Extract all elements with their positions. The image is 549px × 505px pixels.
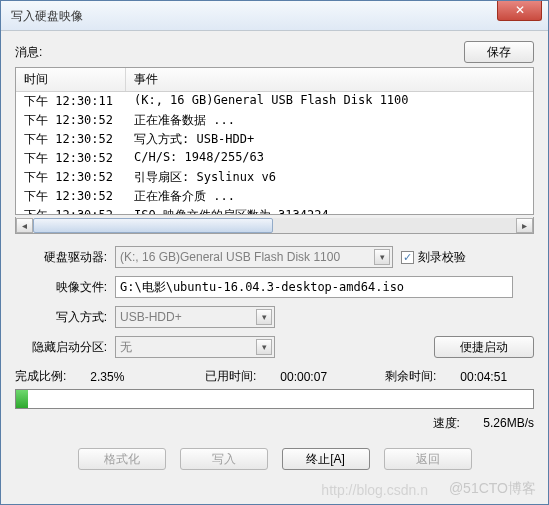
percent-label: 完成比例: — [15, 368, 66, 385]
remain-label: 剩余时间: — [385, 368, 436, 385]
elapsed-value: 00:00:07 — [280, 370, 327, 384]
checkbox-icon: ✓ — [401, 251, 414, 264]
progress-fill — [16, 390, 28, 408]
format-button[interactable]: 格式化 — [78, 448, 166, 470]
close-button[interactable]: ✕ — [497, 1, 542, 21]
elapsed-label: 已用时间: — [205, 368, 256, 385]
log-row[interactable]: 下午 12:30:52正在准备数据 ... — [16, 111, 533, 130]
content-area: 消息: 保存 时间 事件 下午 12:30:11(K:, 16 GB)Gener… — [1, 31, 548, 480]
speed-value: 5.26MB/s — [483, 416, 534, 430]
stats-row: 完成比例: 2.35% 已用时间: 00:00:07 剩余时间: 00:04:5… — [15, 368, 534, 385]
speed-label: 速度: — [433, 416, 460, 430]
speed-row: 速度: 5.26MB/s — [15, 415, 534, 432]
image-input[interactable]: G:\电影\ubuntu-16.04.3-desktop-amd64.iso — [115, 276, 513, 298]
log-time: 下午 12:30:52 — [16, 111, 126, 130]
hidden-value: 无 — [120, 339, 132, 356]
log-event: C/H/S: 1948/255/63 — [126, 149, 533, 168]
dropdown-icon: ▾ — [256, 339, 272, 355]
hidden-select[interactable]: 无 ▾ — [115, 336, 275, 358]
horizontal-scrollbar[interactable]: ◂ ▸ — [15, 217, 534, 234]
dropdown-icon: ▾ — [374, 249, 390, 265]
log-event: 正在准备介质 ... — [126, 187, 533, 206]
verify-label: 刻录校验 — [418, 249, 466, 266]
progress-bar — [15, 389, 534, 409]
verify-checkbox[interactable]: ✓ 刻录校验 — [401, 249, 466, 266]
quickboot-button[interactable]: 便捷启动 — [434, 336, 534, 358]
drive-select[interactable]: (K:, 16 GB)General USB Flash Disk 1100 ▾ — [115, 246, 393, 268]
percent-value: 2.35% — [90, 370, 124, 384]
log-listview[interactable]: 时间 事件 下午 12:30:11(K:, 16 GB)General USB … — [15, 67, 534, 215]
log-row[interactable]: 下午 12:30:52正在准备介质 ... — [16, 187, 533, 206]
scroll-track[interactable] — [33, 218, 516, 233]
log-col-event[interactable]: 事件 — [126, 68, 533, 91]
log-row[interactable]: 下午 12:30:52引导扇区: Syslinux v6 — [16, 168, 533, 187]
log-time: 下午 12:30:52 — [16, 168, 126, 187]
log-event: 正在准备数据 ... — [126, 111, 533, 130]
log-event: ISO 映像文件的扇区数为 3134224 — [126, 206, 533, 215]
message-label: 消息: — [15, 44, 464, 61]
log-time: 下午 12:30:52 — [16, 149, 126, 168]
drive-label: 硬盘驱动器: — [15, 249, 115, 266]
dropdown-icon: ▾ — [256, 309, 272, 325]
remain-value: 00:04:51 — [460, 370, 507, 384]
log-time: 下午 12:30:52 — [16, 187, 126, 206]
method-value: USB-HDD+ — [120, 310, 182, 324]
log-event: 写入方式: USB-HDD+ — [126, 130, 533, 149]
back-button[interactable]: 返回 — [384, 448, 472, 470]
log-header: 时间 事件 — [16, 68, 533, 92]
save-button[interactable]: 保存 — [464, 41, 534, 63]
log-event: (K:, 16 GB)General USB Flash Disk 1100 — [126, 92, 533, 111]
method-label: 写入方式: — [15, 309, 115, 326]
scroll-thumb[interactable] — [33, 218, 273, 233]
dialog-window: 写入硬盘映像 ✕ 消息: 保存 时间 事件 下午 12:30:11(K:, 16… — [0, 0, 549, 505]
log-row[interactable]: 下午 12:30:52写入方式: USB-HDD+ — [16, 130, 533, 149]
write-button[interactable]: 写入 — [180, 448, 268, 470]
log-time: 下午 12:30:52 — [16, 206, 126, 215]
scroll-right-arrow[interactable]: ▸ — [516, 218, 533, 233]
drive-value: (K:, 16 GB)General USB Flash Disk 1100 — [120, 250, 340, 264]
log-row[interactable]: 下午 12:30:52C/H/S: 1948/255/63 — [16, 149, 533, 168]
action-row: 格式化 写入 终止[A] 返回 — [15, 448, 534, 470]
log-row[interactable]: 下午 12:30:11(K:, 16 GB)General USB Flash … — [16, 92, 533, 111]
method-select[interactable]: USB-HDD+ ▾ — [115, 306, 275, 328]
watermark-text: @51CTO博客 — [449, 480, 536, 498]
log-row[interactable]: 下午 12:30:52ISO 映像文件的扇区数为 3134224 — [16, 206, 533, 215]
titlebar[interactable]: 写入硬盘映像 ✕ — [1, 1, 548, 31]
window-title: 写入硬盘映像 — [11, 8, 83, 25]
log-time: 下午 12:30:11 — [16, 92, 126, 111]
log-col-time[interactable]: 时间 — [16, 68, 126, 91]
watermark-url: http://blog.csdn.n — [321, 482, 428, 498]
image-label: 映像文件: — [15, 279, 115, 296]
log-event: 引导扇区: Syslinux v6 — [126, 168, 533, 187]
close-icon: ✕ — [515, 3, 525, 17]
scroll-left-arrow[interactable]: ◂ — [16, 218, 33, 233]
hidden-label: 隐藏启动分区: — [15, 339, 115, 356]
log-time: 下午 12:30:52 — [16, 130, 126, 149]
abort-button[interactable]: 终止[A] — [282, 448, 370, 470]
